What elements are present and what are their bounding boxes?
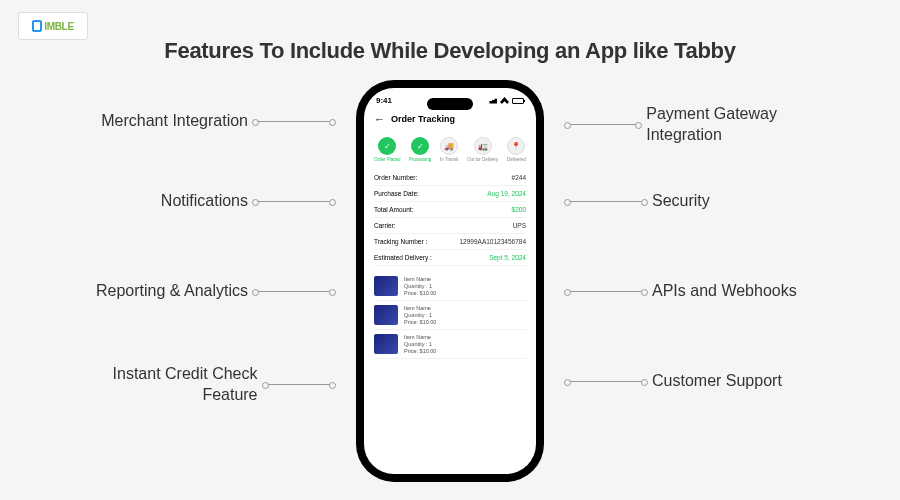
detail-label: Carrier: [374, 222, 396, 229]
step-label: Delivered [507, 157, 526, 162]
detail-value: $200 [512, 206, 526, 213]
status-icons [487, 97, 524, 104]
product-image [374, 334, 398, 354]
detail-row: Tracking Number :12999AA10123456784 [374, 234, 526, 250]
feature-reporting-analytics: Reporting & Analytics [80, 282, 340, 300]
tracking-steps: ✓Order Placed ✓Processing 🚚In Transit 🚛O… [364, 129, 536, 164]
list-item: Item NameQuantity : 1Price: $10.00 [374, 330, 526, 359]
detail-row: Purchase Date:Aug 19, 2024 [374, 186, 526, 202]
detail-value: Sept 5, 2024 [489, 254, 526, 261]
step-label: In Transit [440, 157, 459, 162]
detail-row: Estimated Delivery :Sept 5, 2024 [374, 250, 526, 266]
detail-value: Aug 19, 2024 [487, 190, 526, 197]
truck-icon: 🚚 [440, 137, 458, 155]
diagram-container: Merchant Integration Notifications Repor… [0, 64, 900, 494]
product-image [374, 305, 398, 325]
feature-label: Reporting & Analytics [96, 282, 248, 300]
order-details: Order Number:#244 Purchase Date:Aug 19, … [364, 164, 536, 272]
connector-line [570, 381, 642, 382]
connector-line [258, 121, 330, 122]
feature-label: Security [652, 192, 710, 210]
item-name: Item Name [404, 305, 436, 311]
check-icon: ✓ [378, 137, 396, 155]
feature-label: Notifications [161, 192, 248, 210]
item-name: Item Name [404, 334, 436, 340]
detail-label: Total Amount: [374, 206, 413, 213]
battery-icon [512, 98, 524, 104]
step-label: Processing [409, 157, 431, 162]
feature-label: Instant Credit Check Feature [80, 364, 258, 406]
item-price: Price: $10.00 [404, 319, 436, 325]
detail-value: 12999AA10123456784 [459, 238, 526, 245]
detail-row: Total Amount:$200 [374, 202, 526, 218]
detail-row: Carrier:UPS [374, 218, 526, 234]
phone-screen: 9:41 ← Order Tracking ✓Order Placed ✓Pro… [364, 88, 536, 474]
detail-row: Order Number:#244 [374, 170, 526, 186]
feature-payment-gateway: Payment Gateway Integration [560, 104, 840, 146]
connector-line [258, 201, 330, 202]
pin-icon: 📍 [507, 137, 525, 155]
feature-label: APIs and Webhooks [652, 282, 797, 300]
phone-mockup: 9:41 ← Order Tracking ✓Order Placed ✓Pro… [356, 80, 544, 482]
feature-label: Customer Support [652, 372, 782, 390]
page-title: Features To Include While Developing an … [0, 0, 900, 64]
step-in-transit: 🚚In Transit [440, 137, 459, 162]
feature-merchant-integration: Merchant Integration [80, 112, 340, 130]
feature-notifications: Notifications [80, 192, 340, 210]
feature-customer-support: Customer Support [560, 372, 840, 390]
connector-line [258, 291, 330, 292]
item-price: Price: $10.00 [404, 348, 436, 354]
detail-value: #244 [512, 174, 526, 181]
feature-instant-credit-check: Instant Credit Check Feature [80, 364, 340, 406]
detail-label: Estimated Delivery : [374, 254, 432, 261]
feature-label: Merchant Integration [101, 112, 248, 130]
signal-icon [487, 98, 497, 104]
order-items: Item NameQuantity : 1Price: $10.00 Item … [364, 272, 536, 359]
wifi-icon [500, 97, 509, 104]
phone-notch [427, 98, 473, 110]
connector-line [570, 291, 642, 292]
item-name: Item Name [404, 276, 436, 282]
app-header: ← Order Tracking [364, 109, 536, 129]
feature-security: Security [560, 192, 840, 210]
connector-line [268, 384, 330, 385]
step-processing: ✓Processing [409, 137, 431, 162]
step-order-placed: ✓Order Placed [374, 137, 401, 162]
status-time: 9:41 [376, 96, 392, 105]
step-label: Out for Delivery [467, 157, 498, 162]
feature-label: Payment Gateway Integration [646, 104, 840, 146]
item-price: Price: $10.00 [404, 290, 436, 296]
connector-line [570, 201, 642, 202]
brand-logo: IMBLE [18, 12, 88, 40]
detail-label: Order Number: [374, 174, 417, 181]
detail-value: UPS [513, 222, 526, 229]
delivery-icon: 🚛 [474, 137, 492, 155]
screen-title: Order Tracking [391, 114, 455, 124]
detail-label: Tracking Number : [374, 238, 427, 245]
step-label: Order Placed [374, 157, 401, 162]
step-out-for-delivery: 🚛Out for Delivery [467, 137, 498, 162]
feature-apis-webhooks: APIs and Webhooks [560, 282, 840, 300]
list-item: Item NameQuantity : 1Price: $10.00 [374, 272, 526, 301]
check-icon: ✓ [411, 137, 429, 155]
connector-line [570, 124, 636, 125]
detail-label: Purchase Date: [374, 190, 419, 197]
list-item: Item NameQuantity : 1Price: $10.00 [374, 301, 526, 330]
logo-text: IMBLE [44, 21, 74, 32]
logo-icon [32, 20, 42, 32]
item-qty: Quantity : 1 [404, 283, 436, 289]
back-icon[interactable]: ← [374, 113, 385, 125]
item-qty: Quantity : 1 [404, 341, 436, 347]
item-qty: Quantity : 1 [404, 312, 436, 318]
product-image [374, 276, 398, 296]
step-delivered: 📍Delivered [507, 137, 526, 162]
